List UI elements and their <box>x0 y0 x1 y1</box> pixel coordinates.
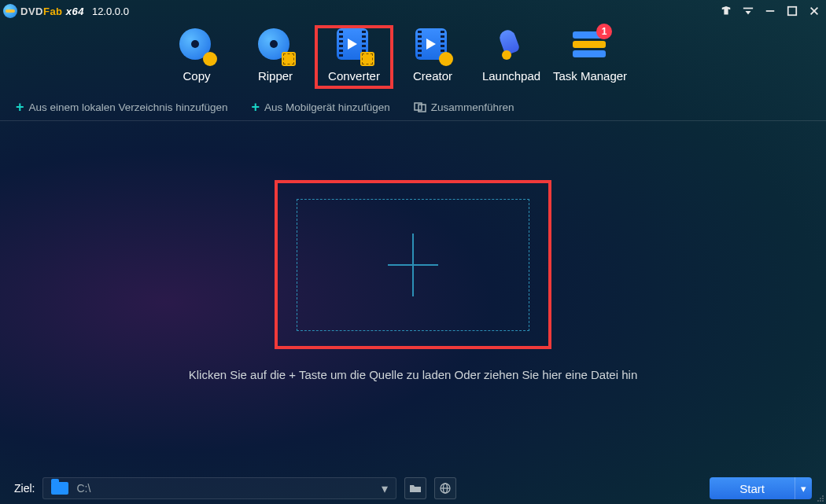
divider <box>0 120 826 121</box>
destination-path: C:\ <box>76 482 90 495</box>
drop-zone-inner <box>297 199 529 331</box>
svg-rect-3 <box>788 7 797 16</box>
destination-label: Ziel: <box>14 482 35 495</box>
app-version: 12.0.0.0 <box>92 6 129 17</box>
add-from-mobile-label: Aus Mobilgerät hinzufügen <box>264 101 390 113</box>
tab-copy-label: Copy <box>183 69 210 83</box>
rocket-icon <box>494 28 529 63</box>
add-from-local-label: Aus einem lokalen Verzeichnis hinzufügen <box>29 101 228 113</box>
merge-label: Zusammenführen <box>431 101 514 113</box>
maximize-icon[interactable] <box>787 6 798 17</box>
app-logo-icon <box>3 4 17 18</box>
drop-zone[interactable] <box>275 180 551 349</box>
svg-point-15 <box>820 498 821 499</box>
svg-point-11 <box>822 500 824 502</box>
minimize-icon[interactable] <box>765 6 776 17</box>
browse-folder-button[interactable] <box>404 477 426 499</box>
close-icon[interactable] <box>809 6 820 17</box>
add-from-mobile-button[interactable]: + Aus Mobilgerät hinzufügen <box>251 100 389 114</box>
tab-copy[interactable]: Copy <box>157 25 236 89</box>
tab-launchpad[interactable]: Launchpad <box>472 25 551 89</box>
tab-creator-label: Creator <box>413 69 452 83</box>
tab-creator[interactable]: Creator <box>393 25 472 89</box>
chevron-down-icon: ▾ <box>382 481 393 496</box>
task-badge: 1 <box>596 24 612 39</box>
tab-ripper-label: Ripper <box>258 69 293 83</box>
skin-icon[interactable] <box>721 6 732 17</box>
folder-open-icon <box>409 482 422 495</box>
chevron-down-icon: ▾ <box>801 483 806 495</box>
web-output-button[interactable] <box>434 477 456 499</box>
plus-icon: + <box>16 100 24 114</box>
folder-icon <box>51 482 68 495</box>
start-dropdown-button[interactable]: ▾ <box>795 477 812 499</box>
film-converter-icon <box>337 28 371 63</box>
film-creator-icon <box>415 28 450 63</box>
svg-point-12 <box>820 500 821 502</box>
merge-icon <box>414 101 426 113</box>
tab-converter-label: Converter <box>328 69 380 83</box>
svg-rect-0 <box>743 8 753 9</box>
svg-point-13 <box>822 498 824 499</box>
svg-rect-2 <box>766 10 775 12</box>
drop-plus-icon <box>412 234 414 296</box>
svg-point-14 <box>817 500 819 502</box>
brand-part-fab: Fab <box>43 6 63 17</box>
disc-ripper-icon <box>258 28 293 63</box>
plus-icon: + <box>251 100 260 114</box>
disc-copy-icon <box>179 28 214 63</box>
tab-converter[interactable]: Converter <box>315 25 393 89</box>
resize-grip-icon[interactable] <box>815 493 824 502</box>
brand-part-dvd: DVD <box>20 6 43 17</box>
destination-selector[interactable]: C:\ ▾ <box>42 477 396 499</box>
brand-arch: x64 <box>66 6 84 17</box>
tab-ripper[interactable]: Ripper <box>236 25 315 89</box>
merge-button[interactable]: Zusammenführen <box>414 101 514 113</box>
start-button[interactable]: Start <box>710 477 795 499</box>
svg-point-16 <box>822 495 824 497</box>
menu-dropdown-icon[interactable] <box>743 6 754 17</box>
tab-task-manager-label: Task Manager <box>553 69 627 83</box>
tab-launchpad-label: Launchpad <box>482 69 540 83</box>
svg-marker-1 <box>746 11 751 14</box>
globe-icon <box>439 482 452 495</box>
drop-hint-text: Klicken Sie auf die + Taste um die Quell… <box>0 368 826 381</box>
task-manager-icon: 1 <box>573 28 607 63</box>
app-brand: DVDFab x64 <box>20 6 84 17</box>
tab-task-manager[interactable]: 1 Task Manager <box>551 25 629 89</box>
add-from-local-button[interactable]: + Aus einem lokalen Verzeichnis hinzufüg… <box>16 100 227 114</box>
